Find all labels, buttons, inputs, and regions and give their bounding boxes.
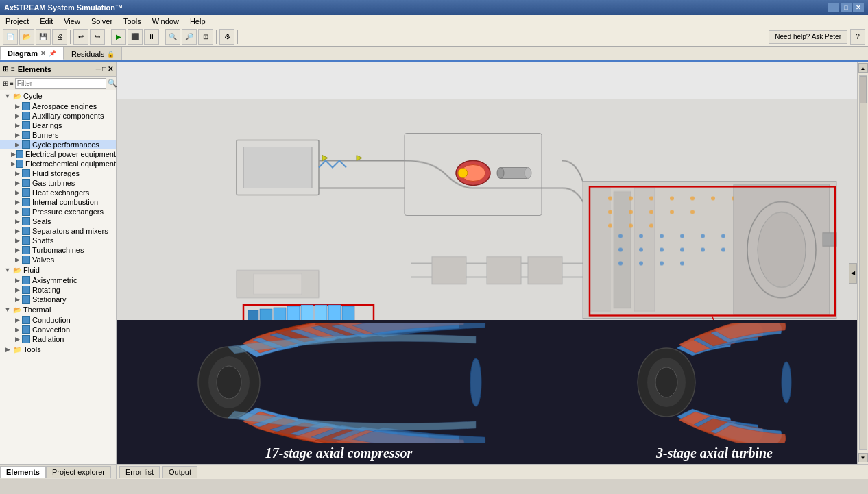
tree-fluid-root[interactable]: ▼ Fluid <box>0 264 116 275</box>
axisymmetric-expand[interactable]: ▶ <box>12 277 22 284</box>
tree-item-gas-turbines[interactable]: ▶ Gas turbines <box>0 178 116 188</box>
scroll-up-button[interactable]: ▲ <box>858 63 868 73</box>
radiation-expand[interactable]: ▶ <box>12 336 22 343</box>
zoom-out-button[interactable]: 🔎 <box>182 29 197 45</box>
fluid-storages-expand[interactable]: ▶ <box>12 170 22 177</box>
tree-item-fluid-storages[interactable]: ▶ Fluid storages <box>0 169 116 178</box>
print-button[interactable]: 🖨 <box>52 29 67 45</box>
tree-item-bearings[interactable]: ▶ Bearings <box>0 121 116 130</box>
open-button[interactable]: 📂 <box>19 29 34 45</box>
elements-title: Elements <box>18 65 51 73</box>
tree-item-auxiliary[interactable]: ▶ Auxiliary components <box>0 111 116 121</box>
tree-item-stationary[interactable]: ▶ Stationary <box>0 295 116 304</box>
undo-button[interactable]: ↩ <box>73 29 88 45</box>
tree-item-conduction[interactable]: ▶ Conduction <box>0 315 116 325</box>
aerospace-expand[interactable]: ▶ <box>12 103 22 110</box>
error-list-tab[interactable]: Error list <box>119 466 160 478</box>
diagram-tab-close[interactable]: ✕ <box>40 50 46 57</box>
scroll-down-button[interactable]: ▼ <box>858 453 868 462</box>
tree-item-heat-exchangers[interactable]: ▶ Heat exchangers <box>0 188 116 197</box>
cycle-perf-expand[interactable]: ▶ <box>12 141 22 148</box>
internal-comb-expand[interactable]: ▶ <box>12 199 22 206</box>
tree-item-cycle-perf[interactable]: ▶ Cycle performances <box>0 140 116 149</box>
tree-item-electrical[interactable]: ▶ Electrical power equipment <box>0 149 116 159</box>
shafts-expand[interactable]: ▶ <box>12 237 22 244</box>
tree-item-radiation[interactable]: ▶ Radiation <box>0 334 116 344</box>
svg-point-31 <box>608 224 612 228</box>
panel-toggle-button[interactable]: ◀ <box>849 263 857 284</box>
electrical-expand[interactable]: ▶ <box>10 151 17 158</box>
stop-button[interactable]: ⬛ <box>128 29 143 45</box>
elements-tab[interactable]: Elements <box>0 466 46 478</box>
seals-expand[interactable]: ▶ <box>12 218 22 225</box>
tree-item-electrochemical[interactable]: ▶ Electrochemical equipment <box>0 159 116 169</box>
new-button[interactable]: 📄 <box>3 29 18 45</box>
thermal-expand-icon[interactable]: ▼ <box>3 306 12 313</box>
minimize-button[interactable]: ─ <box>828 3 839 12</box>
tree-item-separators[interactable]: ▶ Separators and mixers <box>0 226 116 236</box>
menu-solver[interactable]: Solver <box>88 15 115 27</box>
diagram-area[interactable]: 17-stage axial compressor <box>117 62 868 479</box>
tree-item-pressure-exchangers[interactable]: ▶ Pressure exchangers <box>0 207 116 217</box>
tree-item-axisymmetric[interactable]: ▶ Axisymmetric <box>0 275 116 285</box>
collapse-panel-button[interactable]: ─ <box>96 65 101 73</box>
tree-cycle-root[interactable]: ▼ Cycle <box>0 90 116 101</box>
tree-item-internal-combustion[interactable]: ▶ Internal combustion <box>0 197 116 207</box>
redo-button[interactable]: ↪ <box>90 29 105 45</box>
pressure-exchangers-icon <box>22 208 30 216</box>
gas-turbines-expand[interactable]: ▶ <box>12 180 22 186</box>
fluid-expand-icon[interactable]: ▼ <box>3 267 12 273</box>
conduction-expand[interactable]: ▶ <box>12 317 22 323</box>
help-button[interactable]: Need help? Ask Peter <box>769 30 847 44</box>
tree-item-shafts[interactable]: ▶ Shafts <box>0 236 116 245</box>
cycle-expand-icon[interactable]: ▼ <box>3 92 12 99</box>
zoom-in-button[interactable]: 🔍 <box>165 29 180 45</box>
tree-item-rotating[interactable]: ▶ Rotating <box>0 285 116 295</box>
menu-edit[interactable]: Edit <box>37 15 56 27</box>
fit-button[interactable]: ⊡ <box>198 29 213 45</box>
pressure-exchangers-expand[interactable]: ▶ <box>12 208 22 215</box>
menu-project[interactable]: Project <box>3 15 32 27</box>
run-button[interactable]: ▶ <box>111 29 126 45</box>
tree-item-burners[interactable]: ▶ Burners <box>0 130 116 140</box>
output-tab[interactable]: Output <box>162 466 197 478</box>
tree-tools-root[interactable]: ▶ Tools <box>0 344 116 355</box>
help-icon-button[interactable]: ? <box>850 29 865 45</box>
scroll-track[interactable] <box>859 75 867 450</box>
tab-diagram[interactable]: Diagram ✕ 📌 <box>0 47 64 60</box>
menu-window[interactable]: Window <box>149 15 182 27</box>
convection-expand[interactable]: ▶ <box>12 326 22 333</box>
stationary-expand[interactable]: ▶ <box>12 296 22 303</box>
rotating-expand[interactable]: ▶ <box>12 286 22 293</box>
separators-expand[interactable]: ▶ <box>12 227 22 234</box>
pause-button[interactable]: ⏸ <box>144 29 159 45</box>
tree-item-aerospace[interactable]: ▶ Aerospace engines <box>0 101 116 111</box>
auxiliary-expand[interactable]: ▶ <box>12 112 22 119</box>
tree-item-turbomachines[interactable]: ▶ Turbomachines <box>0 245 116 255</box>
save-button[interactable]: 💾 <box>36 29 51 45</box>
turbomachines-expand[interactable]: ▶ <box>12 247 22 254</box>
electrochem-expand[interactable]: ▶ <box>10 160 17 167</box>
tree-item-valves[interactable]: ▶ Valves <box>0 255 116 264</box>
maximize-button[interactable]: □ <box>841 3 852 12</box>
menu-view[interactable]: View <box>61 15 83 27</box>
tools-expand-icon[interactable]: ▶ <box>3 346 12 353</box>
close-panel-button[interactable]: ✕ <box>108 65 113 73</box>
bearings-expand[interactable]: ▶ <box>12 122 22 129</box>
scroll-thumb[interactable] <box>860 76 867 103</box>
tree-item-convection[interactable]: ▶ Convection <box>0 325 116 334</box>
tree-thermal-root[interactable]: ▼ Thermal <box>0 304 116 315</box>
menu-tools[interactable]: Tools <box>121 15 144 27</box>
burners-expand[interactable]: ▶ <box>12 132 22 138</box>
search-icon[interactable]: 🔍 <box>108 79 117 88</box>
float-panel-button[interactable]: □ <box>102 65 106 73</box>
close-button[interactable]: ✕ <box>853 3 864 12</box>
heat-exchangers-expand[interactable]: ▶ <box>12 189 22 196</box>
tree-item-seals[interactable]: ▶ Seals <box>0 217 116 226</box>
filter-input[interactable] <box>15 78 106 89</box>
menu-help[interactable]: Help <box>187 15 208 27</box>
tab-residuals[interactable]: Residuals 🔒 <box>64 47 122 60</box>
project-explorer-tab[interactable]: Project explorer <box>46 466 111 478</box>
valves-expand[interactable]: ▶ <box>12 256 22 263</box>
settings-button[interactable]: ⚙ <box>219 29 234 45</box>
